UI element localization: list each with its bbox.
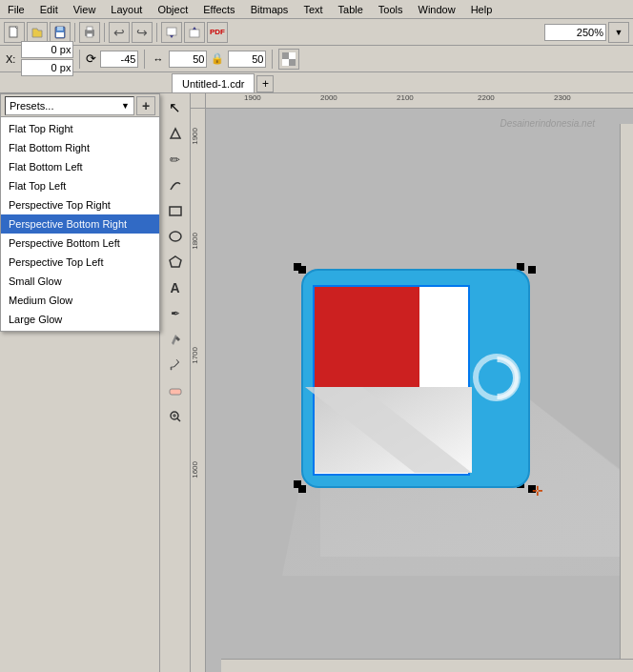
menu-view[interactable]: View (70, 4, 100, 15)
tool-ellipse[interactable] (163, 224, 188, 249)
tool-selector[interactable]: ↖ (163, 95, 188, 120)
tab-add-btn[interactable]: + (256, 75, 274, 92)
tool-text[interactable]: A (163, 275, 188, 300)
preset-flat-bottom-right[interactable]: Flat Bottom Right (1, 138, 159, 157)
ruler-h-2300: 2300 (554, 93, 571, 102)
inner-shadow-svg (305, 387, 481, 482)
tab-title: Untitled-1.cdr (182, 78, 244, 90)
preset-perspective-top-left[interactable]: Perspective Top Left (1, 253, 159, 272)
save-btn[interactable] (50, 22, 71, 43)
svg-point-28 (476, 356, 518, 398)
handle-inner-tl (298, 266, 306, 274)
svg-rect-18 (170, 207, 181, 215)
menu-table[interactable]: Table (335, 4, 367, 15)
presets-label: Presets... (10, 100, 53, 112)
export-btn[interactable] (184, 22, 205, 43)
lock-icon: 🔒 (211, 52, 224, 65)
svg-rect-16 (282, 59, 289, 66)
menu-window[interactable]: Window (415, 4, 459, 15)
toolbox: ↖ ✏ A ✒ (160, 93, 191, 672)
preset-flat-top-right[interactable]: Flat Top Right (1, 119, 159, 138)
y-input[interactable]: 0 px (21, 59, 73, 76)
tool-calligraphy[interactable]: ✒ (163, 301, 188, 326)
svg-rect-13 (282, 52, 289, 59)
ruler-v-1600: 1600 (191, 461, 199, 479)
menu-layout[interactable]: Layout (107, 4, 146, 15)
tool-freehand[interactable]: ✏ (163, 147, 188, 172)
open-btn[interactable] (27, 22, 48, 43)
preset-flat-bottom-left[interactable]: Flat Bottom Left (1, 157, 159, 176)
new-btn[interactable] (4, 22, 25, 43)
menu-tools[interactable]: Tools (375, 4, 407, 15)
w-label-icon: ↔ (151, 53, 165, 65)
preset-perspective-bottom-right[interactable]: Perspective Bottom Right (1, 214, 159, 234)
svg-rect-21 (170, 389, 181, 395)
sep2 (104, 23, 105, 42)
undo-btn[interactable]: ↩ (109, 22, 130, 43)
svg-rect-8 (87, 33, 92, 37)
import-btn[interactable] (161, 22, 182, 43)
svg-marker-10 (170, 35, 174, 38)
sep3 (156, 23, 157, 42)
x-label: X: (4, 53, 17, 65)
menu-text[interactable]: Text (299, 4, 326, 15)
zoom-input[interactable]: 250% (544, 24, 606, 41)
preset-flat-top-left[interactable]: Flat Top Left (1, 176, 159, 195)
menu-bar: File Edit View Layout Object Effects Bit… (0, 0, 633, 19)
ruler-vertical: 1900 1800 1700 1600 (191, 109, 206, 672)
menu-edit[interactable]: Edit (36, 4, 62, 15)
tool-eyedropper[interactable] (163, 353, 188, 377)
zoom-dropdown-btn[interactable]: ▼ (608, 22, 629, 43)
x-input[interactable]: 0 px (21, 41, 73, 58)
svg-rect-5 (56, 32, 64, 37)
preset-perspective-bottom-left[interactable]: Perspective Bottom Left (1, 234, 159, 253)
print-btn[interactable] (79, 22, 100, 43)
pdf-btn[interactable]: PDF (207, 22, 228, 43)
cursor-indicator: ✛ (532, 483, 543, 499)
redo-btn[interactable]: ↪ (132, 22, 153, 43)
presets-select[interactable]: Presets... ▼ (5, 96, 134, 115)
tool-fill[interactable] (163, 327, 188, 352)
checkered-btn[interactable] (278, 49, 299, 70)
svg-rect-9 (167, 28, 176, 35)
white-inner-rect (313, 285, 470, 476)
menu-file[interactable]: File (4, 4, 29, 15)
preset-small-glow[interactable]: Small Glow (1, 272, 159, 291)
content-area: 1900 2000 2100 2200 2300 2400 1900 1800 … (191, 93, 633, 672)
select-arrow-icon: ▼ (121, 101, 130, 111)
tool-zoom[interactable] (163, 404, 188, 429)
ruler-h-2100: 2100 (397, 93, 414, 102)
svg-rect-14 (289, 59, 296, 66)
width-input[interactable]: 50 (169, 51, 207, 68)
preset-large-glow[interactable]: Large Glow (1, 310, 159, 329)
watermark: Desainerindonesia.net (500, 118, 595, 129)
ruler-h-2000: 2000 (320, 93, 337, 102)
preset-perspective-top-right[interactable]: Perspective Top Right (1, 195, 159, 214)
ruler-v-1900: 1900 (191, 128, 199, 145)
height-input[interactable]: 50 (228, 51, 266, 68)
presets-add-btn[interactable]: + (136, 96, 155, 115)
svg-rect-7 (87, 27, 92, 31)
scrollbar-vertical[interactable] (620, 124, 633, 659)
scrollbar-horizontal[interactable] (221, 659, 633, 672)
tool-rectangle[interactable] (163, 198, 188, 223)
menu-bitmaps[interactable]: Bitmaps (247, 4, 293, 15)
sep4 (79, 50, 80, 69)
svg-marker-20 (170, 256, 181, 267)
tool-eraser[interactable] (163, 378, 188, 403)
ruler-h-1900: 1900 (244, 93, 261, 102)
tool-polygon[interactable] (163, 250, 188, 275)
svg-line-23 (177, 418, 180, 421)
tab-untitled[interactable]: Untitled-1.cdr (172, 73, 255, 92)
preset-medium-glow[interactable]: Medium Glow (1, 291, 159, 310)
menu-help[interactable]: Help (467, 4, 497, 15)
tool-shape[interactable] (163, 121, 188, 146)
ruler-corner (191, 93, 206, 109)
red-square (315, 287, 419, 392)
blue-rounded-rect[interactable] (301, 269, 530, 488)
menu-object[interactable]: Object (153, 4, 192, 15)
angle-input[interactable]: -45 (100, 51, 138, 68)
menu-effects[interactable]: Effects (199, 4, 238, 15)
dropdown-header: Presets... ▼ + (1, 94, 159, 117)
tool-smartdraw[interactable] (163, 173, 188, 197)
